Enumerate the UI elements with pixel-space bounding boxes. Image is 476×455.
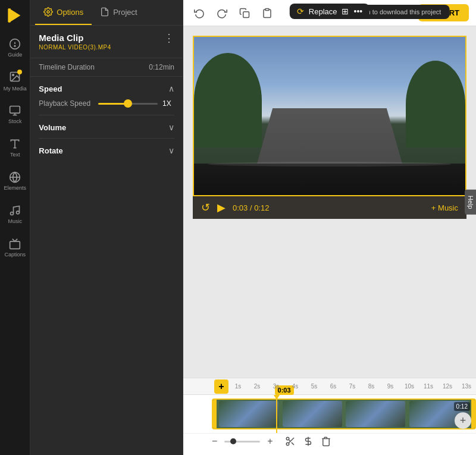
track-handle-left[interactable] — [213, 400, 217, 428]
svg-point-4 — [14, 45, 15, 46]
sidebar-item-stock[interactable]: Stock — [2, 99, 28, 130]
duplicate-button[interactable] — [236, 4, 253, 22]
timeline-track-row: 0:12 + — [183, 395, 476, 433]
logo[interactable] — [4, 5, 26, 26]
zoom-out-button[interactable]: − — [212, 436, 217, 447]
time-display: 0:03 / 0:12 — [233, 203, 269, 212]
zoom-in-button[interactable]: + — [267, 436, 273, 447]
panel-tabs: Options Project — [30, 0, 183, 26]
rotate-title: Rotate — [39, 146, 62, 155]
playhead[interactable] — [276, 395, 277, 433]
svg-point-14 — [11, 212, 14, 215]
playback-row: Playback Speed 1X — [39, 99, 174, 108]
svg-marker-0 — [10, 8, 21, 22]
ruler-tick-13s: 13s — [457, 383, 476, 390]
sidebar-item-my-media[interactable]: My Media — [2, 65, 28, 96]
slider-container: 1X — [98, 99, 174, 108]
svg-point-17 — [47, 11, 49, 13]
replace-icon: ⟳ — [297, 7, 304, 16]
playback-speed-slider[interactable] — [98, 103, 158, 105]
volume-chevron-icon: ∨ — [168, 123, 174, 132]
tab-project[interactable]: Project — [92, 0, 145, 25]
svg-point-6 — [12, 74, 14, 76]
volume-title: Volume — [39, 123, 66, 132]
video-preview — [193, 36, 466, 196]
more-icon[interactable]: ••• — [353, 7, 362, 16]
rotate-chevron-icon: ∨ — [168, 146, 174, 155]
sidebar-item-text[interactable]: Text — [2, 132, 28, 163]
redo-button[interactable] — [213, 4, 231, 22]
replace-action-bar: ⟳ Replace ⊞ ••• — [290, 4, 369, 19]
undo-button[interactable] — [190, 4, 208, 22]
clip-title: Media Clip — [39, 33, 111, 43]
ruler-tick-5s: 5s — [305, 383, 324, 390]
svg-point-20 — [286, 437, 289, 440]
sidebar-item-my-media-label: My Media — [4, 86, 27, 92]
timeline-area: + 1s 2s 0:03 3s 4s 5s 6s 7s 8s 9s 10s 11… — [183, 378, 476, 455]
track-handle-right[interactable] — [471, 400, 475, 428]
toolbar: Signup or Login to download this project… — [183, 0, 476, 26]
ruler-tick-8s: 8s — [362, 383, 381, 390]
music-button[interactable]: + Music — [431, 203, 458, 212]
timeline-duration-value: 0:12min — [149, 63, 174, 71]
svg-rect-19 — [265, 8, 269, 10]
replay-button[interactable]: ↺ — [201, 201, 210, 214]
svg-point-15 — [17, 211, 20, 214]
speed-chevron-icon: ∧ — [168, 84, 174, 93]
adjust-icon[interactable]: ⊞ — [342, 7, 349, 16]
sidebar-item-guide[interactable]: Guide — [2, 32, 28, 63]
copy-button[interactable] — [258, 4, 276, 22]
sidebar-item-elements[interactable]: Elements — [2, 165, 28, 196]
ruler-tick-11s: 11s — [419, 383, 438, 390]
ruler-tick-9s: 9s — [381, 383, 400, 390]
timeline-track[interactable]: 0:12 — [212, 398, 476, 429]
timeline-duration-label: Timeline Duration — [39, 63, 95, 71]
sidebar: Guide My Media Stock Text Elements Music — [0, 0, 30, 455]
tab-project-label: Project — [113, 8, 137, 17]
svg-rect-1 — [8, 8, 11, 22]
ruler-tick-1s: 1s — [228, 383, 248, 390]
help-tab[interactable]: Help — [465, 189, 476, 215]
ruler-tick-12s: 12s — [438, 383, 457, 390]
sidebar-item-music[interactable]: Music — [2, 199, 28, 230]
volume-section-header[interactable]: Volume ∨ — [30, 115, 183, 138]
tab-options[interactable]: Options — [35, 0, 92, 25]
play-button[interactable]: ▶ — [217, 201, 226, 214]
delete-tool-button[interactable] — [321, 436, 331, 447]
svg-rect-7 — [10, 106, 20, 113]
track-fill — [213, 400, 475, 428]
clip-menu-button[interactable]: ⋮ — [164, 33, 174, 43]
replace-label[interactable]: Replace — [309, 7, 337, 16]
svg-line-24 — [289, 440, 290, 441]
track-duration-badge: 0:12 — [454, 402, 470, 411]
options-panel: Options Project Media Clip NORMAL VIDEO(… — [30, 0, 183, 455]
tree-left — [194, 53, 262, 148]
svg-rect-18 — [243, 11, 249, 17]
sidebar-item-captions-label: Captions — [4, 252, 26, 258]
add-track-button[interactable]: + — [455, 412, 471, 429]
sidebar-item-music-label: Music — [8, 218, 22, 224]
sidebar-item-stock-label: Stock — [8, 118, 22, 124]
speed-section-header[interactable]: Speed ∧ — [30, 77, 183, 99]
rotate-section-header[interactable]: Rotate ∨ — [30, 139, 183, 161]
road-scene — [194, 37, 465, 195]
ruler-tick-4s: 4s — [286, 383, 305, 390]
speed-section-content: Playback Speed 1X — [30, 99, 183, 115]
ruler-tick-2s: 2s — [248, 383, 267, 390]
dashboard — [194, 164, 465, 195]
ruler-tick-3s: 3s — [267, 383, 286, 390]
sidebar-item-elements-label: Elements — [4, 185, 26, 191]
zoom-slider[interactable] — [224, 441, 260, 443]
track-thumb-2 — [283, 401, 342, 427]
main-area: Signup or Login to download this project… — [183, 0, 476, 455]
track-thumb-3 — [346, 401, 405, 427]
timeline-add-button[interactable]: + — [214, 379, 228, 394]
track-thumb-1 — [219, 401, 278, 427]
split-tool-button[interactable] — [303, 436, 314, 447]
sidebar-item-captions[interactable]: Captions — [2, 232, 28, 263]
media-badge-dot — [17, 70, 22, 74]
tree-right — [406, 61, 465, 148]
trim-tool-button[interactable] — [285, 436, 296, 447]
timeline-bottom-tools: − + — [183, 433, 476, 449]
timeline-duration-row: Timeline Duration 0:12min — [30, 58, 183, 77]
